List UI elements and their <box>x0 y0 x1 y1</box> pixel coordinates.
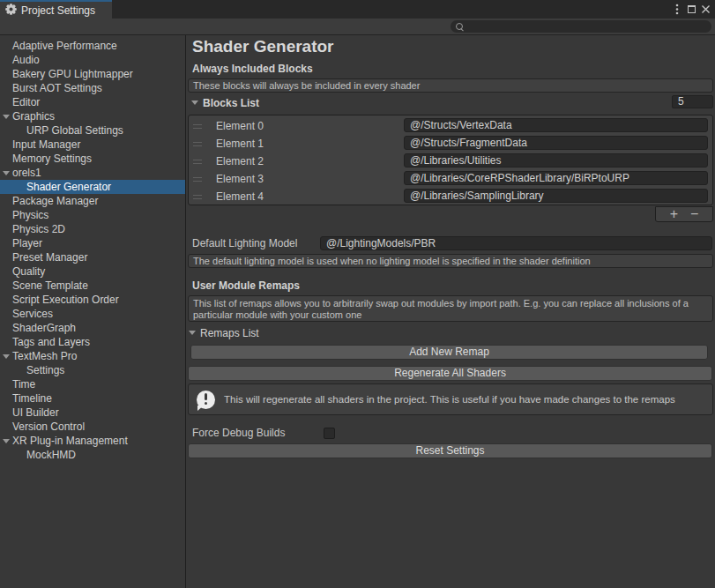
sidebar-item-label: Memory Settings <box>0 153 92 165</box>
reset-settings-button[interactable]: Reset Settings <box>188 443 712 458</box>
sidebar-item-label: Timeline <box>0 392 52 405</box>
drag-handle-icon[interactable] <box>193 142 202 149</box>
sidebar-item-bakery-gpu-lightmapper[interactable]: Bakery GPU Lightmapper <box>0 67 185 81</box>
sidebar-item-label: Audio <box>0 54 40 66</box>
tab-project-settings[interactable]: Project Settings <box>0 0 112 19</box>
element-value-field[interactable]: @/Libraries/Utilities <box>404 153 708 167</box>
foldout-arrow-icon[interactable] <box>3 354 10 359</box>
sidebar-item-time[interactable]: Time <box>0 377 185 391</box>
search-input[interactable] <box>451 20 711 33</box>
sidebar-item-timeline[interactable]: Timeline <box>0 391 185 406</box>
sidebar-item-label: UI Builder <box>0 406 59 419</box>
foldout-arrow-icon[interactable] <box>3 171 10 175</box>
sidebar-item-quality[interactable]: Quality <box>0 264 185 279</box>
add-element-button[interactable]: + <box>670 207 678 221</box>
sidebar-item-label: Script Execution Order <box>0 294 119 306</box>
sidebar-item-label: Preset Manager <box>0 251 87 264</box>
element-value-field[interactable]: @/Libraries/CoreRPShaderLibrary/BiRPtoUR… <box>404 171 708 185</box>
sidebar-item-memory-settings[interactable]: Memory Settings <box>0 152 185 166</box>
default-lighting-model-label: Default Lighting Model <box>192 237 297 249</box>
sidebar-item-ui-builder[interactable]: UI Builder <box>0 406 185 420</box>
maximize-icon[interactable] <box>684 0 698 19</box>
blocks-list-label: Blocks List <box>191 97 259 109</box>
element-label: Element 4 <box>216 190 264 203</box>
blocks-list-row: Element 2@/Libraries/Utilities <box>189 153 712 170</box>
settings-sidebar: Adaptive PerformanceAudioBakery GPU Ligh… <box>0 35 186 588</box>
add-new-remap-button[interactable]: Add New Remap <box>190 345 708 360</box>
drag-handle-icon[interactable] <box>193 160 202 167</box>
default-lighting-model-field[interactable]: @/LightingModels/PBR <box>320 236 712 250</box>
blocks-list-foldout[interactable]: Blocks List <box>191 96 259 110</box>
sidebar-item-label: Player <box>0 237 42 249</box>
blocks-list-row: Element 1@/Structs/FragmentData <box>189 135 712 153</box>
always-included-helpbox: These blocks will always be included in … <box>188 78 713 93</box>
drag-handle-icon[interactable] <box>193 177 202 184</box>
window-controls <box>670 0 715 19</box>
sidebar-item-preset-manager[interactable]: Preset Manager <box>0 250 185 264</box>
close-icon[interactable] <box>698 0 712 19</box>
sidebar-item-input-manager[interactable]: Input Manager <box>0 138 185 152</box>
sidebar-item-version-control[interactable]: Version Control <box>0 420 185 434</box>
sidebar-item-label: Adaptive Performance <box>0 40 117 52</box>
drag-handle-icon[interactable] <box>193 195 202 202</box>
sidebar-item-label: Package Manager <box>0 195 98 207</box>
user-module-remaps-label: User Module Remaps <box>192 279 300 292</box>
foldout-arrow-icon <box>191 100 198 105</box>
sidebar-item-tags-and-layers[interactable]: Tags and Layers <box>0 335 185 349</box>
blocks-list-footer: + − <box>655 206 713 222</box>
element-value-field[interactable]: @/Structs/FragmentData <box>404 136 708 150</box>
force-debug-builds-label: Force Debug Builds <box>192 427 285 439</box>
sidebar-item-label: Quality <box>0 265 45 278</box>
sidebar-item-player[interactable]: Player <box>0 236 185 250</box>
regenerate-info-box: This will regenerate all shaders in the … <box>188 383 713 415</box>
sidebar-item-settings[interactable]: Settings <box>0 363 185 377</box>
regenerate-info-text: This will regenerate all shaders in the … <box>224 394 675 405</box>
blocks-list-count[interactable]: 5 <box>672 95 713 108</box>
sidebar-item-package-manager[interactable]: Package Manager <box>0 194 185 208</box>
gear-icon <box>5 4 17 17</box>
blocks-list-row: Element 3@/Libraries/CoreRPShaderLibrary… <box>189 170 712 188</box>
sidebar-item-label: Shader Generator <box>0 181 111 193</box>
sidebar-item-editor[interactable]: Editor <box>0 95 185 109</box>
sidebar-item-orels1[interactable]: orels1 <box>0 166 185 180</box>
sidebar-item-adaptive-performance[interactable]: Adaptive Performance <box>0 39 185 53</box>
main-panel: Shader Generator Always Included Blocks … <box>186 35 715 588</box>
menu-icon[interactable] <box>670 0 684 19</box>
sidebar-item-shadergraph[interactable]: ShaderGraph <box>0 321 185 335</box>
sidebar-item-label: Bakery GPU Lightmapper <box>0 68 133 80</box>
remaps-list-foldout[interactable]: Remaps List <box>189 326 259 340</box>
sidebar-item-label: Settings <box>0 364 64 376</box>
foldout-arrow-icon[interactable] <box>3 115 10 119</box>
foldout-arrow-icon[interactable] <box>3 439 10 443</box>
sidebar-item-audio[interactable]: Audio <box>0 53 185 67</box>
sidebar-item-burst-aot-settings[interactable]: Burst AOT Settings <box>0 81 185 95</box>
sidebar-item-label: Physics <box>0 209 48 221</box>
sidebar-item-label: ShaderGraph <box>0 322 76 334</box>
sidebar-item-graphics[interactable]: Graphics <box>0 109 185 123</box>
element-value-field[interactable]: @/Libraries/SamplingLibrary <box>404 189 708 203</box>
sidebar-item-label: Time <box>0 378 35 391</box>
remaps-helpbox: This list of remaps allows you to arbitr… <box>188 295 713 322</box>
regenerate-all-shaders-button[interactable]: Regenerate All Shaders <box>188 366 712 381</box>
drag-handle-icon[interactable] <box>193 124 202 131</box>
sidebar-item-shader-generator[interactable]: Shader Generator <box>0 180 185 194</box>
sidebar-item-physics-2d[interactable]: Physics 2D <box>0 222 185 236</box>
element-value-field[interactable]: @/Structs/VertexData <box>404 118 708 132</box>
toolbar <box>0 19 715 35</box>
sidebar-item-label: Scene Template <box>0 279 88 292</box>
sidebar-item-textmesh-pro[interactable]: TextMesh Pro <box>0 349 185 363</box>
search-icon <box>455 22 464 31</box>
sidebar-item-script-execution-order[interactable]: Script Execution Order <box>0 293 185 307</box>
sidebar-item-xr-plug-in-management[interactable]: XR Plug-in Management <box>0 434 185 448</box>
sidebar-item-mockhmd[interactable]: MockHMD <box>0 448 185 462</box>
sidebar-item-urp-global-settings[interactable]: URP Global Settings <box>0 123 185 138</box>
sidebar-item-label: Tags and Layers <box>0 336 90 348</box>
remove-element-button[interactable]: − <box>690 207 698 221</box>
page-title: Shader Generator <box>192 37 334 56</box>
sidebar-item-services[interactable]: Services <box>0 307 185 321</box>
sidebar-item-physics[interactable]: Physics <box>0 208 185 222</box>
force-debug-builds-checkbox[interactable] <box>324 428 335 439</box>
sidebar-item-label: TextMesh Pro <box>0 350 77 362</box>
sidebar-item-scene-template[interactable]: Scene Template <box>0 279 185 293</box>
sidebar-item-label: Burst AOT Settings <box>0 82 102 94</box>
